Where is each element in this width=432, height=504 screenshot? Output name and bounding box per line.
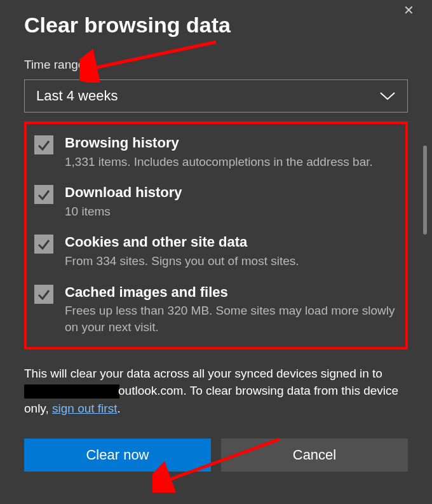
clear-now-button[interactable]: Clear now bbox=[24, 439, 211, 472]
option-download-history: Download history 10 items bbox=[34, 184, 398, 219]
option-text: Cookies and other site data From 334 sit… bbox=[65, 233, 398, 269]
checkbox-browsing-history[interactable] bbox=[34, 135, 53, 154]
option-cookies: Cookies and other site data From 334 sit… bbox=[34, 233, 398, 269]
option-desc: From 334 sites. Signs you out of most si… bbox=[65, 253, 398, 269]
redacted-email bbox=[24, 385, 119, 398]
chevron-down-icon bbox=[379, 92, 396, 100]
option-browsing-history: Browsing history 1,331 items. Includes a… bbox=[34, 134, 398, 170]
sign-out-link[interactable]: sign out first bbox=[52, 402, 117, 415]
time-range-value: Last 4 weeks bbox=[36, 88, 118, 104]
checkbox-cookies[interactable] bbox=[34, 235, 53, 254]
info-post: . bbox=[117, 402, 120, 415]
time-range-select[interactable]: Last 4 weeks bbox=[24, 79, 408, 112]
checkbox-cache[interactable] bbox=[34, 285, 53, 304]
sync-info-text: This will clear your data across all you… bbox=[24, 365, 408, 418]
checkbox-download-history[interactable] bbox=[34, 185, 53, 204]
dialog-buttons: Clear now Cancel bbox=[24, 439, 408, 472]
option-title: Browsing history bbox=[65, 134, 398, 153]
close-icon[interactable]: ✕ bbox=[403, 4, 414, 17]
option-desc: Frees up less than 320 MB. Some sites ma… bbox=[65, 303, 398, 335]
option-title: Cached images and files bbox=[65, 283, 398, 302]
option-text: Download history 10 items bbox=[65, 184, 398, 219]
data-types-group: Browsing history 1,331 items. Includes a… bbox=[24, 121, 408, 350]
time-range-label: Time range bbox=[24, 58, 408, 72]
clear-browsing-data-dialog: Clear browsing data Time range Last 4 we… bbox=[0, 13, 432, 472]
option-text: Browsing history 1,331 items. Includes a… bbox=[65, 134, 398, 170]
scrollbar-thumb[interactable] bbox=[423, 146, 427, 235]
option-text: Cached images and files Frees up less th… bbox=[65, 283, 398, 336]
info-pre: This will clear your data across all you… bbox=[24, 367, 382, 380]
option-desc: 10 items bbox=[65, 203, 398, 220]
option-desc: 1,331 items. Includes autocompletions in… bbox=[65, 154, 398, 170]
cancel-button[interactable]: Cancel bbox=[221, 439, 408, 472]
dialog-title: Clear browsing data bbox=[24, 13, 408, 37]
option-cache: Cached images and files Frees up less th… bbox=[34, 283, 398, 336]
option-title: Download history bbox=[65, 184, 398, 202]
option-title: Cookies and other site data bbox=[65, 233, 398, 252]
